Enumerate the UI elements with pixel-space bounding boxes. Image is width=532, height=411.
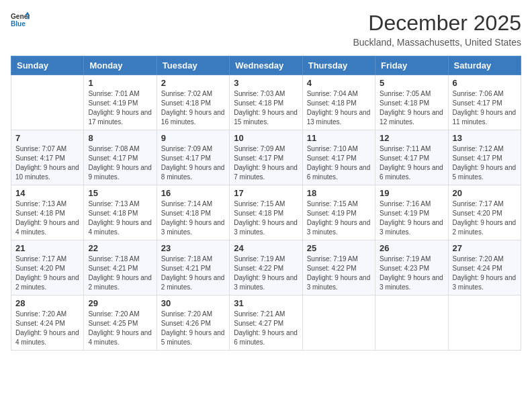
table-row: 18 Sunrise: 7:15 AMSunset: 4:19 PMDaylig… (302, 185, 375, 240)
day-number: 8 (88, 133, 152, 143)
table-row: 17 Sunrise: 7:15 AMSunset: 4:18 PMDaylig… (230, 185, 302, 240)
day-number: 19 (380, 188, 443, 198)
day-info: Sunrise: 7:19 AMSunset: 4:22 PMDaylight:… (234, 255, 298, 292)
day-info: Sunrise: 7:13 AMSunset: 4:18 PMDaylight:… (15, 199, 79, 237)
table-row: 2 Sunrise: 7:02 AMSunset: 4:18 PMDayligh… (157, 75, 229, 130)
day-info: Sunrise: 7:02 AMSunset: 4:18 PMDaylight:… (161, 89, 225, 127)
table-row: 14 Sunrise: 7:13 AMSunset: 4:18 PMDaylig… (11, 185, 84, 240)
table-row: 12 Sunrise: 7:11 AMSunset: 4:17 PMDaylig… (375, 130, 448, 185)
table-row: 7 Sunrise: 7:07 AMSunset: 4:17 PMDayligh… (11, 130, 84, 185)
day-info: Sunrise: 7:09 AMSunset: 4:17 PMDaylight:… (161, 144, 225, 182)
day-number: 12 (380, 133, 443, 143)
day-info: Sunrise: 7:11 AMSunset: 4:17 PMDaylight:… (380, 144, 443, 182)
day-info: Sunrise: 7:01 AMSunset: 4:19 PMDaylight:… (88, 89, 152, 127)
col-tuesday: Tuesday (157, 56, 229, 75)
day-info: Sunrise: 7:20 AMSunset: 4:24 PMDaylight:… (15, 310, 79, 347)
day-info: Sunrise: 7:20 AMSunset: 4:26 PMDaylight:… (161, 310, 225, 347)
day-info: Sunrise: 7:17 AMSunset: 4:20 PMDaylight:… (453, 199, 517, 237)
day-info: Sunrise: 7:07 AMSunset: 4:17 PMDaylight:… (15, 144, 79, 182)
day-info: Sunrise: 7:19 AMSunset: 4:22 PMDaylight:… (307, 255, 371, 292)
table-row: 28 Sunrise: 7:20 AMSunset: 4:24 PMDaylig… (11, 295, 84, 351)
svg-marker-3 (26, 16, 30, 19)
table-row: 20 Sunrise: 7:17 AMSunset: 4:20 PMDaylig… (448, 185, 521, 240)
day-number: 24 (234, 243, 298, 253)
table-row (11, 75, 84, 130)
table-row: 10 Sunrise: 7:09 AMSunset: 4:17 PMDaylig… (230, 130, 302, 185)
table-row: 13 Sunrise: 7:12 AMSunset: 4:17 PMDaylig… (448, 130, 521, 185)
table-row (375, 295, 448, 351)
table-row: 22 Sunrise: 7:18 AMSunset: 4:21 PMDaylig… (84, 240, 157, 295)
day-info: Sunrise: 7:18 AMSunset: 4:21 PMDaylight:… (161, 255, 225, 292)
table-row: 3 Sunrise: 7:03 AMSunset: 4:18 PMDayligh… (230, 75, 302, 130)
day-info: Sunrise: 7:19 AMSunset: 4:23 PMDaylight:… (380, 255, 443, 292)
table-row: 19 Sunrise: 7:16 AMSunset: 4:19 PMDaylig… (375, 185, 448, 240)
day-info: Sunrise: 7:04 AMSunset: 4:18 PMDaylight:… (307, 89, 371, 127)
table-row: 26 Sunrise: 7:19 AMSunset: 4:23 PMDaylig… (375, 240, 448, 295)
day-number: 28 (15, 298, 79, 308)
day-number: 27 (453, 243, 517, 253)
month-title: December 2025 (353, 11, 521, 36)
day-number: 15 (88, 188, 152, 198)
calendar-week-row: 21 Sunrise: 7:17 AMSunset: 4:20 PMDaylig… (11, 240, 521, 295)
col-thursday: Thursday (302, 56, 375, 75)
day-info: Sunrise: 7:18 AMSunset: 4:21 PMDaylight:… (88, 255, 152, 292)
svg-text:Blue: Blue (11, 20, 26, 28)
calendar-week-row: 1 Sunrise: 7:01 AMSunset: 4:19 PMDayligh… (11, 75, 521, 130)
day-number: 2 (161, 78, 225, 88)
table-row: 15 Sunrise: 7:13 AMSunset: 4:18 PMDaylig… (84, 185, 157, 240)
table-row: 27 Sunrise: 7:20 AMSunset: 4:24 PMDaylig… (448, 240, 521, 295)
day-number: 25 (307, 243, 371, 253)
day-info: Sunrise: 7:17 AMSunset: 4:20 PMDaylight:… (15, 255, 79, 292)
day-info: Sunrise: 7:20 AMSunset: 4:25 PMDaylight:… (88, 310, 152, 347)
title-area: December 2025 Buckland, Massachusetts, U… (353, 11, 521, 48)
day-number: 18 (307, 188, 371, 198)
day-number: 23 (161, 243, 225, 253)
col-friday: Friday (375, 56, 448, 75)
day-number: 1 (88, 78, 152, 88)
table-row: 9 Sunrise: 7:09 AMSunset: 4:17 PMDayligh… (157, 130, 229, 185)
table-row: 30 Sunrise: 7:20 AMSunset: 4:26 PMDaylig… (157, 295, 229, 351)
day-info: Sunrise: 7:06 AMSunset: 4:17 PMDaylight:… (453, 89, 517, 127)
day-number: 13 (453, 133, 517, 143)
table-row: 5 Sunrise: 7:05 AMSunset: 4:18 PMDayligh… (375, 75, 448, 130)
day-info: Sunrise: 7:20 AMSunset: 4:24 PMDaylight:… (453, 255, 517, 292)
table-row: 24 Sunrise: 7:19 AMSunset: 4:22 PMDaylig… (230, 240, 302, 295)
table-row: 8 Sunrise: 7:08 AMSunset: 4:17 PMDayligh… (84, 130, 157, 185)
day-number: 14 (15, 188, 79, 198)
col-wednesday: Wednesday (230, 56, 302, 75)
table-row: 23 Sunrise: 7:18 AMSunset: 4:21 PMDaylig… (157, 240, 229, 295)
col-monday: Monday (84, 56, 157, 75)
col-saturday: Saturday (448, 56, 521, 75)
calendar-week-row: 14 Sunrise: 7:13 AMSunset: 4:18 PMDaylig… (11, 185, 521, 240)
calendar-week-row: 7 Sunrise: 7:07 AMSunset: 4:17 PMDayligh… (11, 130, 521, 185)
table-row: 6 Sunrise: 7:06 AMSunset: 4:17 PMDayligh… (448, 75, 521, 130)
day-number: 6 (453, 78, 517, 88)
day-info: Sunrise: 7:13 AMSunset: 4:18 PMDaylight:… (88, 199, 152, 237)
day-info: Sunrise: 7:15 AMSunset: 4:19 PMDaylight:… (307, 199, 371, 237)
day-number: 4 (307, 78, 371, 88)
table-row: 11 Sunrise: 7:10 AMSunset: 4:17 PMDaylig… (302, 130, 375, 185)
day-info: Sunrise: 7:14 AMSunset: 4:18 PMDaylight:… (161, 199, 225, 237)
table-row: 21 Sunrise: 7:17 AMSunset: 4:20 PMDaylig… (11, 240, 84, 295)
day-info: Sunrise: 7:12 AMSunset: 4:17 PMDaylight:… (453, 144, 517, 182)
day-number: 22 (88, 243, 152, 253)
day-number: 21 (15, 243, 79, 253)
calendar-header-row: Sunday Monday Tuesday Wednesday Thursday… (11, 56, 521, 75)
table-row: 29 Sunrise: 7:20 AMSunset: 4:25 PMDaylig… (84, 295, 157, 351)
calendar: Sunday Monday Tuesday Wednesday Thursday… (11, 56, 521, 351)
table-row (302, 295, 375, 351)
day-number: 7 (15, 133, 79, 143)
day-number: 10 (234, 133, 298, 143)
calendar-week-row: 28 Sunrise: 7:20 AMSunset: 4:24 PMDaylig… (11, 295, 521, 351)
day-number: 5 (380, 78, 443, 88)
day-info: Sunrise: 7:16 AMSunset: 4:19 PMDaylight:… (380, 199, 443, 237)
col-sunday: Sunday (11, 56, 84, 75)
table-row: 25 Sunrise: 7:19 AMSunset: 4:22 PMDaylig… (302, 240, 375, 295)
day-number: 9 (161, 133, 225, 143)
day-number: 3 (234, 78, 298, 88)
day-number: 20 (453, 188, 517, 198)
table-row: 31 Sunrise: 7:21 AMSunset: 4:27 PMDaylig… (230, 295, 302, 351)
day-number: 31 (234, 298, 298, 308)
day-info: Sunrise: 7:15 AMSunset: 4:18 PMDaylight:… (234, 199, 298, 237)
day-info: Sunrise: 7:10 AMSunset: 4:17 PMDaylight:… (307, 144, 371, 182)
